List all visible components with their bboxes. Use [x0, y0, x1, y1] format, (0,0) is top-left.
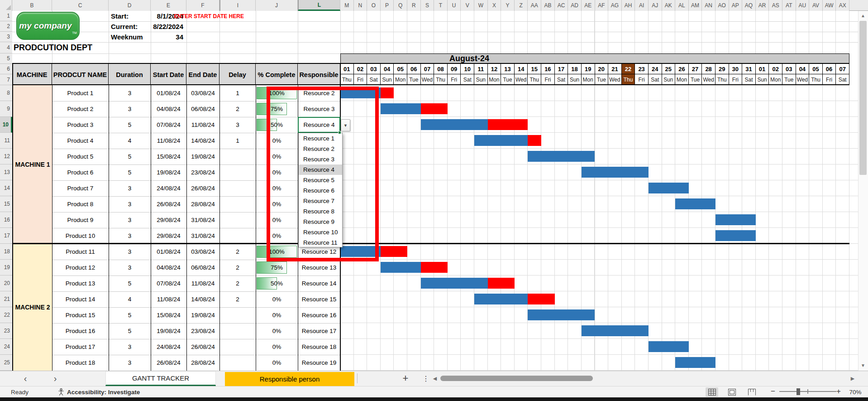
cell-pct-complete[interactable]: 50% — [256, 275, 298, 291]
start-label[interactable]: Start: — [110, 11, 150, 21]
day-number-15[interactable]: 15 — [528, 64, 541, 74]
table-header-duration[interactable]: Duration — [109, 64, 151, 85]
horizontal-scrollbar-thumb[interactable] — [440, 376, 593, 381]
machine-label-1[interactable]: MACHINE 1 — [13, 85, 52, 244]
column-header-Q[interactable]: Q — [394, 0, 407, 11]
cell-product-name[interactable]: Product 4 — [52, 133, 109, 149]
table-header-delay[interactable]: Delay — [219, 64, 256, 85]
day-name-9[interactable]: Fri — [448, 74, 461, 85]
day-name-18[interactable]: Sun — [568, 74, 582, 85]
cell-end-date[interactable]: 06/08/24 — [186, 101, 219, 117]
day-number-38[interactable]: 07 — [836, 64, 849, 74]
cell-start-date[interactable]: 04/08/24 — [151, 101, 186, 117]
cell-end-date[interactable]: 31/08/24 — [186, 228, 219, 244]
day-name-35[interactable]: Wed — [796, 74, 810, 85]
cell-duration[interactable]: 3 — [109, 101, 151, 117]
cell-end-date[interactable]: 14/08/24 — [186, 133, 219, 149]
column-header-AJ[interactable]: AJ — [649, 0, 662, 11]
column-header-AB[interactable]: AB — [541, 0, 555, 11]
row-header-21[interactable]: 21 — [0, 291, 12, 307]
column-header-AL[interactable]: AL — [675, 0, 689, 11]
row-header-24[interactable]: 24 — [0, 339, 12, 355]
row-header-22[interactable]: 22 — [0, 307, 12, 323]
cell-product-name[interactable]: Product 10 — [52, 228, 109, 244]
cell-product-name[interactable]: Product 2 — [52, 101, 109, 117]
view-page-break-icon[interactable] — [745, 387, 758, 397]
cell-responsible[interactable]: Resource 18 — [298, 339, 340, 355]
cell-start-date[interactable]: 07/08/24 — [151, 275, 186, 291]
cell-end-date[interactable]: 19/08/24 — [186, 149, 219, 164]
column-header-AA[interactable]: AA — [528, 0, 541, 11]
cell-delay[interactable] — [219, 228, 256, 244]
table-header-prodcut-name[interactable]: PRODCUT NAME — [52, 64, 109, 85]
column-header-AX[interactable]: AX — [836, 0, 849, 11]
cell-start-date[interactable]: 26/08/24 — [151, 196, 186, 212]
row-header-8[interactable]: 8 — [0, 85, 12, 101]
column-header-W[interactable]: W — [474, 0, 488, 11]
cell-delay[interactable]: 2 — [219, 260, 256, 275]
day-name-5[interactable]: Mon — [394, 74, 407, 85]
cell-product-name[interactable]: Product 17 — [52, 339, 109, 355]
day-number-4[interactable]: 04 — [381, 64, 394, 74]
column-header-AS[interactable]: AS — [769, 0, 782, 11]
sheet-nav-right-icon[interactable]: › — [50, 372, 61, 385]
column-header-E[interactable]: E — [151, 0, 186, 11]
cell-duration[interactable]: 3 — [109, 196, 151, 212]
hscroll-right-icon[interactable]: ▶ — [849, 374, 856, 383]
day-name-27[interactable]: Tue — [689, 74, 702, 85]
cell-pct-complete[interactable]: 0% — [256, 307, 298, 323]
day-number-13[interactable]: 13 — [501, 64, 515, 74]
day-number-37[interactable]: 06 — [823, 64, 836, 74]
column-header-AV[interactable]: AV — [809, 0, 823, 11]
row-header-4[interactable]: 4 — [0, 42, 12, 53]
cell-duration[interactable]: 3 — [109, 355, 151, 371]
day-number-26[interactable]: 26 — [675, 64, 689, 74]
row-header-5[interactable]: 5 — [0, 53, 12, 64]
column-header-AU[interactable]: AU — [796, 0, 810, 11]
cell-product-name[interactable]: Product 6 — [52, 164, 109, 180]
cell-end-date[interactable]: 28/08/24 — [186, 355, 219, 371]
day-number-23[interactable]: 23 — [635, 64, 649, 74]
day-number-34[interactable]: 03 — [782, 64, 796, 74]
cell-delay[interactable] — [219, 355, 256, 371]
column-header-O[interactable]: O — [367, 0, 381, 11]
cell-delay[interactable] — [219, 307, 256, 323]
row-header-19[interactable]: 19 — [0, 260, 12, 275]
cell-duration[interactable]: 4 — [109, 291, 151, 307]
cell-responsible[interactable]: Resource 16 — [298, 307, 340, 323]
cell-end-date[interactable]: 06/08/24 — [186, 260, 219, 275]
column-header-V[interactable]: V — [461, 0, 474, 11]
cell-delay[interactable] — [219, 149, 256, 164]
row-header-23[interactable]: 23 — [0, 323, 12, 339]
cell-end-date[interactable]: 23/08/24 — [186, 323, 219, 339]
day-name-23[interactable]: Fri — [635, 74, 649, 85]
day-number-12[interactable]: 12 — [488, 64, 501, 74]
day-name-29[interactable]: Thu — [715, 74, 729, 85]
cell-delay[interactable] — [219, 323, 256, 339]
sheet-options-icon[interactable]: ⋮ — [421, 371, 431, 386]
table-header--complete[interactable]: % Complete — [256, 64, 298, 85]
day-number-16[interactable]: 16 — [541, 64, 555, 74]
cell-product-name[interactable]: Product 1 — [52, 85, 109, 101]
cell-start-date[interactable]: 11/08/24 — [151, 291, 186, 307]
add-sheet-button[interactable]: + — [397, 371, 414, 386]
day-name-4[interactable]: Sun — [381, 74, 394, 85]
day-name-22[interactable]: Thu — [622, 74, 635, 85]
current-value[interactable]: 8/22/2024 — [151, 21, 185, 32]
cell-end-date[interactable]: 31/08/24 — [186, 212, 219, 228]
cell-start-date[interactable]: 29/08/24 — [151, 228, 186, 244]
day-name-26[interactable]: Mon — [675, 74, 689, 85]
row-header-7[interactable]: 7 — [0, 74, 12, 85]
column-header-AI[interactable]: AI — [635, 0, 649, 11]
cell-product-name[interactable]: Product 8 — [52, 196, 109, 212]
row-header-6[interactable]: 6 — [0, 64, 12, 74]
cell-delay[interactable]: 3 — [219, 117, 256, 133]
column-header-Y[interactable]: Y — [501, 0, 515, 11]
column-header-AH[interactable]: AH — [622, 0, 635, 11]
row-header-16[interactable]: 16 — [0, 212, 12, 228]
column-header-B[interactable]: B — [12, 0, 52, 11]
table-header-start-date[interactable]: Start Date — [151, 64, 186, 85]
cell-start-date[interactable]: 11/08/24 — [151, 133, 186, 149]
day-number-2[interactable]: 02 — [354, 64, 367, 74]
day-number-27[interactable]: 27 — [689, 64, 702, 74]
